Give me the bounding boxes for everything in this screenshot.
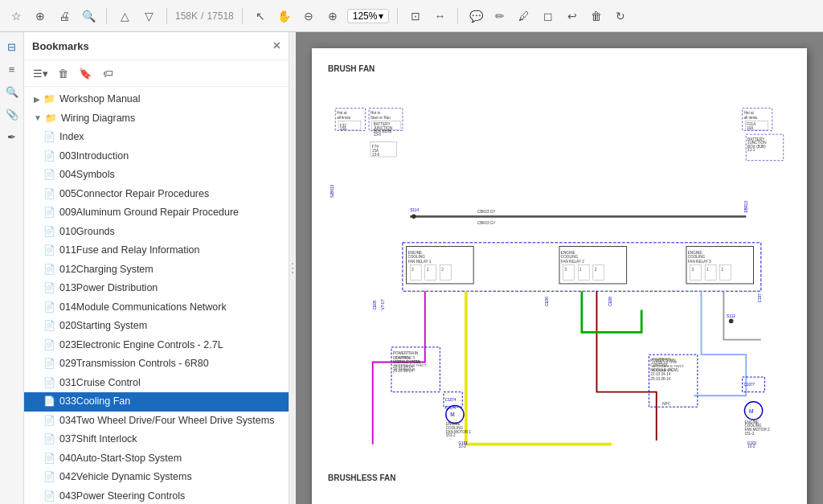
- cursor-icon[interactable]: ↖: [251, 6, 270, 26]
- zoom-selector[interactable]: 125% ▾: [347, 9, 390, 23]
- tree-item-009[interactable]: 📄 009Aluminum Ground Repair Procedure: [24, 203, 289, 223]
- zoom-small-icon[interactable]: 🔍: [79, 6, 98, 26]
- sidebar-search-btn[interactable]: 🔍: [2, 82, 22, 101]
- fit-page-icon[interactable]: ⊡: [406, 6, 425, 26]
- zoom-dropdown-arrow: ▾: [379, 10, 383, 22]
- doc-icon-014: 📄: [43, 301, 55, 314]
- svg-text:1: 1: [706, 268, 709, 272]
- svg-text:1: 1: [427, 268, 429, 272]
- svg-text:10  C1551b  3.5L THVCT: 10 C1551b 3.5L THVCT: [652, 365, 684, 368]
- svg-text:13-6: 13-6: [374, 133, 382, 137]
- bookmarks-panel: Bookmarks × ☰▾ 🗑 🔖 🏷 ▶ 📁 Workshop Manual…: [24, 32, 289, 504]
- tree-item-004[interactable]: 📄 004Symbols: [24, 166, 289, 185]
- tree-item-012[interactable]: 📄 012Charging System: [24, 260, 289, 280]
- svg-text:Hot at: Hot at: [743, 111, 754, 115]
- label-011: 011Fuse and Relay Information: [59, 244, 199, 258]
- label-005: 005Connector Repair Procedures: [59, 187, 209, 202]
- svg-text:ENGINE: ENGINE: [407, 251, 422, 255]
- doc-icon-011: 📄: [43, 244, 55, 257]
- bookmarks-tree[interactable]: ▶ 📁 Workshop Manual ▼ 📁 Wiring Diagrams …: [24, 87, 289, 504]
- arrow-down-icon[interactable]: ▽: [139, 6, 158, 26]
- sidebar-layers-btn[interactable]: ≡: [2, 59, 22, 79]
- print-icon[interactable]: 🖨: [55, 6, 74, 26]
- doc-icon-020: 📄: [43, 319, 55, 333]
- page-counter: 158K / 17518: [175, 10, 234, 22]
- tree-item-workshop-manual[interactable]: ▶ 📁 Workshop Manual: [24, 90, 289, 109]
- svg-text:POWERTRAIN: POWERTRAIN: [393, 351, 418, 355]
- label-003: 003Introduction: [59, 150, 129, 164]
- draw-icon[interactable]: 🖊: [514, 6, 534, 26]
- tree-item-043[interactable]: 📄 043Power Steering Controls: [24, 487, 289, 505]
- resize-handle[interactable]: ⋮: [289, 32, 296, 504]
- tree-item-013[interactable]: 📄 013Power Distribution: [24, 279, 289, 298]
- zoom-out-icon[interactable]: ⊖: [299, 6, 318, 26]
- tree-item-042[interactable]: 📄 042Vehicle Dynamic Systems: [24, 468, 289, 487]
- label-037: 037Shift Interlock: [59, 432, 137, 447]
- close-bookmarks-btn[interactable]: ×: [273, 39, 280, 53]
- sidebar-attach-btn[interactable]: 📎: [2, 104, 22, 124]
- tree-item-014[interactable]: 📄 014Module Communications Network: [24, 298, 289, 318]
- tree-item-020[interactable]: 📄 020Starting System: [24, 317, 289, 336]
- undo-icon[interactable]: ↩: [563, 6, 582, 26]
- star-icon[interactable]: ☆: [6, 6, 26, 26]
- sidebar-bookmarks-btn[interactable]: ⊟: [2, 37, 22, 56]
- svg-point-106: [729, 319, 734, 324]
- main-toolbar: ☆ ⊕ 🖨 🔍 △ ▽ 158K / 17518 ↖ ✋ ⊖ ⊕ 125% ▾ …: [0, 0, 823, 32]
- bookmarks-delete-btn[interactable]: 🗑: [53, 64, 72, 83]
- sidebar-sign-btn[interactable]: ✒: [2, 127, 22, 146]
- rotate-icon[interactable]: ↻: [611, 6, 630, 26]
- svg-text:ENGINE: ENGINE: [688, 251, 702, 255]
- label-010: 010Grounds: [59, 225, 115, 240]
- doc-icon-index: 📄: [43, 130, 55, 144]
- tree-item-003[interactable]: 📄 003Introduction: [24, 147, 289, 166]
- zoom-in-icon[interactable]: ⊕: [323, 6, 342, 26]
- tree-item-031[interactable]: 📄 031Cruise Control: [24, 374, 289, 393]
- doc-icon-033: 📄: [43, 395, 55, 408]
- delete-icon[interactable]: 🗑: [587, 6, 606, 26]
- label-042: 042Vehicle Dynamic Systems: [59, 470, 192, 485]
- svg-text:S114: S114: [410, 208, 419, 212]
- doc-icon-043: 📄: [43, 490, 55, 503]
- doc-icon-012: 📄: [43, 263, 55, 277]
- highlight-icon[interactable]: ✏: [490, 6, 510, 26]
- tree-item-034[interactable]: 📄 034Two Wheel Drive/Four Wheel Drive Sy…: [24, 412, 289, 431]
- tree-item-037[interactable]: 📄 037Shift Interlock: [24, 430, 289, 449]
- pdf-page[interactable]: BRUSH FAN Hot at all times F32 10A Hot i…: [296, 32, 823, 504]
- bookmarks-title: Bookmarks: [32, 40, 89, 52]
- tree-item-033[interactable]: 📄 033Cooling Fan: [24, 392, 289, 412]
- doc-icon-031: 📄: [43, 376, 55, 390]
- content-area: BRUSH FAN Hot at all times F32 10A Hot i…: [296, 32, 823, 504]
- fit-width-icon[interactable]: ↔: [430, 6, 449, 26]
- bookmarks-new-btn[interactable]: 🔖: [76, 64, 95, 83]
- bookmarks-menu-btn[interactable]: ☰▾: [31, 64, 50, 83]
- label-wiring-diagrams: Wiring Diagrams: [61, 112, 135, 126]
- tree-item-wiring-diagrams[interactable]: ▼ 📁 Wiring Diagrams: [24, 109, 289, 129]
- tree-item-040[interactable]: 📄 040Auto-Start-Stop System: [24, 449, 289, 469]
- svg-text:NPC: NPC: [662, 402, 670, 406]
- tree-item-011[interactable]: 📄 011Fuse and Relay Information: [24, 241, 289, 260]
- svg-text:151-2: 151-2: [744, 432, 754, 436]
- tree-item-005[interactable]: 📄 005Connector Repair Procedures: [24, 185, 289, 204]
- bookmark-icon[interactable]: ⊕: [31, 6, 50, 26]
- arrow-workshop-manual: ▶: [34, 94, 40, 105]
- erase-icon[interactable]: ◻: [538, 6, 558, 26]
- svg-text:25-13 26-14: 25-13 26-14: [650, 377, 670, 381]
- svg-text:ENGINE: ENGINE: [561, 251, 575, 255]
- svg-text:all times: all times: [337, 116, 351, 120]
- tree-item-023[interactable]: 📄 023Electronic Engine Controls - 2.7L: [24, 336, 289, 355]
- current-page: 158K: [175, 10, 198, 22]
- brush-fan-title: BRUSH FAN: [328, 64, 791, 73]
- bookmarks-tag-btn[interactable]: 🏷: [98, 64, 117, 83]
- zoom-value: 125%: [353, 10, 378, 22]
- svg-text:COOLING: COOLING: [561, 255, 579, 259]
- tree-item-010[interactable]: 📄 010Grounds: [24, 223, 289, 242]
- hand-icon[interactable]: ✋: [275, 6, 294, 26]
- wiring-diagram-svg: Hot at all times F32 10A Hot in Start or…: [328, 80, 791, 465]
- tree-item-029[interactable]: 📄 029Transmission Controls - 6R80: [24, 354, 289, 374]
- svg-text:M: M: [450, 412, 454, 417]
- arrow-up-icon[interactable]: △: [115, 6, 134, 26]
- tree-item-index[interactable]: 📄 Index: [24, 128, 289, 147]
- svg-text:C1915b  3.5L GTDI: C1915b 3.5L GTDI: [652, 361, 677, 364]
- comment-icon[interactable]: 💬: [466, 6, 485, 26]
- svg-point-90: [744, 402, 762, 420]
